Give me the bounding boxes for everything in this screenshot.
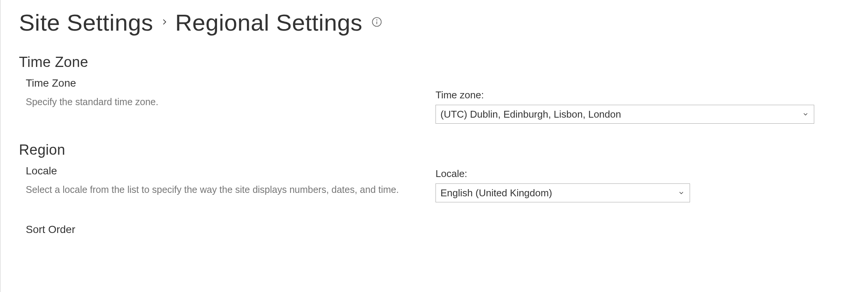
subtitle-timezone: Time Zone [26, 77, 420, 89]
breadcrumb: Site Settings Regional Settings [19, 9, 868, 36]
section-title-timezone: Time Zone [19, 54, 868, 70]
label-timezone: Time zone: [436, 89, 814, 101]
svg-point-1 [376, 19, 378, 20]
timezone-select[interactable]: (UTC) Dublin, Edinburgh, Lisbon, London [436, 105, 814, 124]
description-timezone: Specify the standard time zone. [26, 95, 420, 109]
section-title-region: Region [19, 142, 868, 158]
breadcrumb-parent-link[interactable]: Site Settings [19, 9, 153, 36]
breadcrumb-current: Regional Settings [175, 9, 362, 36]
description-locale: Select a locale from the list to specify… [26, 183, 420, 196]
section-region: Region Locale Select a locale from the l… [19, 142, 868, 242]
locale-select[interactable]: English (United Kingdom) [436, 183, 690, 202]
info-icon[interactable] [372, 17, 382, 27]
label-locale: Locale: [436, 168, 814, 180]
chevron-right-icon [160, 18, 169, 28]
subtitle-sort-order: Sort Order [26, 224, 420, 236]
section-timezone: Time Zone Time Zone Specify the standard… [19, 54, 868, 124]
subtitle-locale: Locale [26, 165, 420, 177]
